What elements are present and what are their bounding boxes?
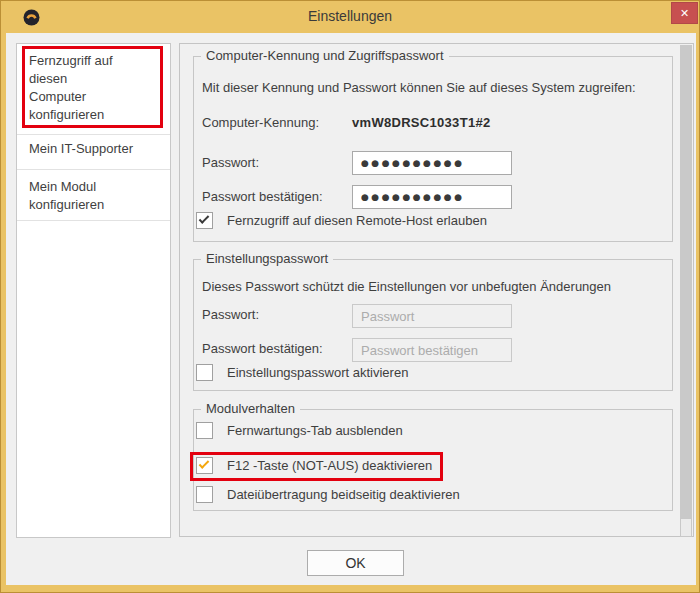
file-transfer-disable-label[interactable]: Dateiübertragung beidseitig deaktivieren [227, 486, 460, 503]
ok-button[interactable]: OK [307, 550, 404, 576]
sidebar: Fernzugriff auf diesen Computer konfigur… [16, 43, 171, 538]
sidebar-item-fernzugriff-konfigurieren[interactable]: Fernzugriff auf diesen Computer konfigur… [29, 52, 159, 124]
titlebar: Einstellungen ✕ [1, 1, 699, 33]
remote-access-checkbox[interactable] [196, 212, 213, 229]
settings-password-activate-checkbox[interactable] [196, 364, 213, 381]
sidebar-divider [17, 134, 170, 135]
password-input[interactable] [352, 151, 512, 175]
access-description: Mit dieser Kennung und Passwort können S… [202, 79, 662, 97]
group-legend: Computer-Kennung und Zugriffspasswort [201, 48, 449, 63]
sidebar-divider [17, 220, 170, 221]
window-title: Einstellungen [1, 1, 699, 31]
sidebar-item-it-supporter[interactable]: Mein IT-Supporter [29, 140, 164, 158]
close-button[interactable]: ✕ [671, 2, 698, 24]
settings-window: Einstellungen ✕ Fernzugriff auf diesen C… [0, 0, 700, 593]
sidebar-divider [17, 169, 170, 170]
f12-disable-checkbox[interactable] [196, 457, 213, 474]
group-legend: Einstellungspasswort [201, 251, 333, 266]
group-einstellungspasswort: Einstellungspasswort Dieses Passwort sch… [193, 259, 673, 391]
check-icon [199, 458, 210, 469]
settings-password-label: Passwort: [202, 306, 259, 323]
group-legend: Modulverhalten [201, 401, 300, 416]
main-panel: Computer-Kennung und Zugriffspasswort Mi… [179, 43, 694, 537]
remote-access-checkbox-label[interactable]: Fernzugriff auf diesen Remote-Host erlau… [227, 212, 487, 229]
settings-password-description: Dieses Passwort schützt die Einstellunge… [202, 278, 662, 296]
scrollbar-end-button[interactable] [680, 518, 692, 537]
hide-remote-tab-label[interactable]: Fernwartungs-Tab ausblenden [227, 422, 403, 439]
scrollbar-thumb[interactable] [680, 45, 692, 518]
password-confirm-label: Passwort bestätigen: [202, 188, 323, 205]
group-computer-kennung: Computer-Kennung und Zugriffspasswort Mi… [193, 56, 673, 242]
settings-password-confirm-label: Passwort bestätigen: [202, 340, 323, 357]
settings-password-activate-label[interactable]: Einstellungspasswort aktivieren [227, 364, 408, 381]
sidebar-item-modul-konfigurieren[interactable]: Mein Modul konfigurieren [29, 178, 159, 214]
computer-id-value: vmW8DRSC1033T1#2 [352, 114, 490, 131]
close-icon: ✕ [680, 7, 689, 19]
password-confirm-input[interactable] [352, 185, 512, 209]
vertical-scrollbar[interactable] [680, 45, 692, 537]
file-transfer-disable-checkbox[interactable] [196, 486, 213, 503]
check-icon [199, 213, 210, 224]
dialog-content: Fernzugriff auf diesen Computer konfigur… [6, 33, 696, 585]
hide-remote-tab-checkbox[interactable] [196, 422, 213, 439]
f12-disable-label[interactable]: F12 -Taste (NOT-AUS) deaktivieren [227, 457, 432, 474]
settings-password-confirm-input[interactable] [352, 338, 512, 362]
group-modulverhalten: Modulverhalten Fernwartungs-Tab ausblend… [193, 409, 673, 511]
password-label: Passwort: [202, 154, 259, 171]
settings-password-input[interactable] [352, 304, 512, 328]
computer-id-label: Computer-Kennung: [202, 114, 319, 131]
